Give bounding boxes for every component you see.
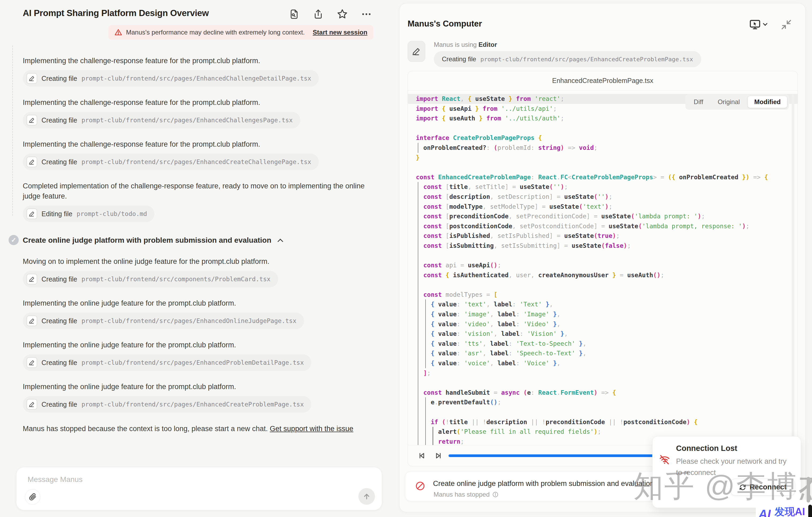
pill-file-path: prompt-club/frontend/src/pages/EnhancedC… xyxy=(81,117,292,124)
file-activity-pill[interactable]: Editing fileprompt-club/todo.md xyxy=(23,205,154,222)
pencil-icon xyxy=(29,276,35,282)
pill-label: Creating file xyxy=(41,75,77,82)
share-icon[interactable] xyxy=(312,8,324,20)
pencil-icon xyxy=(27,115,37,125)
collapse-panel-icon[interactable] xyxy=(781,19,792,30)
indent-guide xyxy=(418,437,418,445)
tab-original[interactable]: Original xyxy=(712,96,747,108)
indent-guide xyxy=(418,182,418,192)
refresh-icon xyxy=(739,484,747,491)
pencil-icon xyxy=(27,274,37,284)
indent-guide xyxy=(425,309,426,319)
indent-guide xyxy=(418,221,418,231)
attach-button[interactable] xyxy=(25,489,40,505)
skip-to-start-button[interactable] xyxy=(418,451,427,460)
code-line: const [modelType, setModelType] = useSta… xyxy=(416,202,798,212)
skip-to-end-button[interactable] xyxy=(433,451,442,460)
action-file-path: prompt-club/frontend/src/pages/EnhancedC… xyxy=(481,56,693,63)
tab-diff[interactable]: Diff xyxy=(687,96,710,108)
code-line: const [postconditionCode, setPostconditi… xyxy=(416,221,798,231)
indent-guide xyxy=(418,260,418,270)
file-activity-pill[interactable]: Creating fileprompt-club/frontend/src/pa… xyxy=(23,313,304,329)
indent-guide xyxy=(433,427,433,437)
code-line: { value: 'asr', label: 'Speech-to-Text' … xyxy=(416,348,798,358)
more-options-icon[interactable] xyxy=(360,8,373,20)
editor-tool-icon xyxy=(408,41,425,62)
file-activity-pill[interactable]: Creating fileprompt-club/frontend/src/pa… xyxy=(23,396,311,413)
indent-guide xyxy=(418,358,418,368)
indent-guide xyxy=(418,280,418,290)
start-new-session-link[interactable]: Start new session xyxy=(313,29,368,36)
pill-file-path: prompt-club/frontend/src/pages/EnhancedO… xyxy=(81,317,296,324)
computer-panel: Manus's Computer Manus is using Editor C… xyxy=(399,3,806,512)
indent-guide xyxy=(418,299,418,309)
code-line: { value: 'image', label: 'Image' }, xyxy=(416,309,798,319)
code-line: const [title, setTitle] = useState(''); xyxy=(416,182,798,192)
code-line: { value: 'text', label: 'Text' }, xyxy=(416,299,798,309)
page-title: AI Prompt Sharing Platform Design Overvi… xyxy=(23,8,209,18)
indent-guide xyxy=(418,192,418,202)
chevron-down-icon xyxy=(763,21,767,26)
pencil-icon xyxy=(27,208,37,219)
chevron-up-icon[interactable] xyxy=(278,238,283,244)
code-line: if (!title || !description || !precondit… xyxy=(416,417,798,427)
star-icon[interactable] xyxy=(336,8,348,20)
indent-guide xyxy=(425,358,426,368)
message-composer[interactable]: Message Manus xyxy=(16,467,382,510)
message-input[interactable]: Message Manus xyxy=(28,475,82,484)
indent-guide xyxy=(418,397,418,407)
code-line: const api = useApi(); xyxy=(416,260,798,270)
code-line: alert('Please fill in all required field… xyxy=(416,427,798,437)
indent-guide xyxy=(425,348,426,358)
task-section-header[interactable]: ✓Create online judge platform with probl… xyxy=(23,235,379,246)
code-line: const [description, setDescription] = us… xyxy=(416,192,798,202)
send-button[interactable] xyxy=(358,488,375,505)
pencil-icon xyxy=(29,360,35,366)
editor-scrollbar[interactable] xyxy=(792,94,794,441)
code-content[interactable]: import React, { useState } from 'react';… xyxy=(408,91,798,445)
indent-guide xyxy=(418,388,418,398)
indent-guide xyxy=(425,339,426,349)
code-line: { value: 'vision', label: 'Vision' }, xyxy=(416,329,798,339)
toast-message: Please check your network and try to rec… xyxy=(676,456,791,478)
tab-modified[interactable]: Modified xyxy=(748,96,787,108)
indent-guide xyxy=(418,270,418,280)
file-activity-pill[interactable]: Creating fileprompt-club/frontend/src/pa… xyxy=(23,153,319,170)
view-mode-tabs: Diff Original Modified xyxy=(686,94,789,110)
pill-label: Creating file xyxy=(41,116,77,124)
context-warning-banner: Manus's performance may decline with ext… xyxy=(108,25,373,39)
indent-guide xyxy=(418,290,418,300)
indent-guide xyxy=(418,427,418,437)
file-activity-pill[interactable]: Creating fileprompt-club/frontend/src/co… xyxy=(23,271,278,287)
brand-ai-logo: AI xyxy=(758,507,771,517)
screen-view-dropdown[interactable] xyxy=(749,19,767,30)
code-line: const EnhancedCreateProblemPage: React.F… xyxy=(416,172,798,182)
code-line: const [isSubmitting, setIsSubmitting] = … xyxy=(416,241,798,251)
pencil-icon xyxy=(412,47,421,56)
file-activity-pill[interactable]: Creating fileprompt-club/frontend/src/pa… xyxy=(23,70,319,87)
code-line xyxy=(416,251,798,261)
code-line: } xyxy=(416,153,798,163)
check-circle-icon: ✓ xyxy=(8,235,19,245)
get-support-link[interactable]: Get support with the issue xyxy=(270,425,353,433)
page-scrollbar-thumb[interactable] xyxy=(807,477,810,502)
code-line: { value: 'tts', label: 'Text-to-Speech' … xyxy=(416,339,798,349)
indent-guide xyxy=(425,397,426,407)
file-search-icon[interactable] xyxy=(288,8,300,20)
current-action-pill[interactable]: Creating file prompt-club/frontend/src/p… xyxy=(434,51,701,67)
pill-file-path: prompt-club/todo.md xyxy=(77,210,147,217)
indent-guide xyxy=(418,348,418,358)
code-line: import { useAuth } from '../utils/auth'; xyxy=(416,113,798,123)
code-line: const { isAuthenticated, user, createAno… xyxy=(416,270,798,280)
connection-lost-toast: Connection Lost Please check your networ… xyxy=(652,436,801,508)
indent-guide xyxy=(418,202,418,212)
toast-title: Connection Lost xyxy=(676,444,737,453)
file-activity-pill[interactable]: Creating fileprompt-club/frontend/src/pa… xyxy=(23,112,300,128)
watermark-brand: AI 发现AI FAXIANAI.COM 问答 xyxy=(756,500,812,517)
code-line xyxy=(416,280,798,290)
indent-guide xyxy=(418,231,418,241)
indent-guide xyxy=(425,329,426,339)
file-activity-pill[interactable]: Creating fileprompt-club/frontend/src/pa… xyxy=(23,354,311,371)
reconnect-button[interactable]: Reconnect xyxy=(731,479,795,496)
assistant-message: Implementing the online judge feature fo… xyxy=(23,340,371,350)
